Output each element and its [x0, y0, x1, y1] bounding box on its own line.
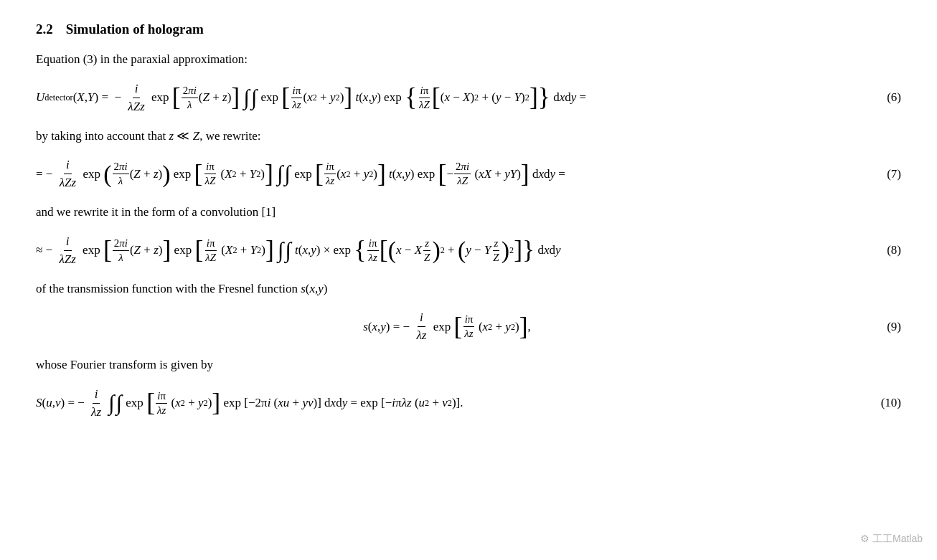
eq9-number: (9) [858, 320, 901, 334]
watermark: ⚙ 工工Matlab [860, 533, 923, 546]
intro-text: Equation (3) in the paraxial approximati… [36, 50, 901, 69]
between-eq6-eq7: by taking into account that z ≪ Z, we re… [36, 127, 901, 146]
section-number: 2.2 [36, 22, 53, 37]
fourier-text: whose Fourier transform is given by [36, 356, 901, 374]
after-eq8: of the transmission function with the Fr… [36, 280, 901, 298]
equation-9: s(x,y) = − i λz exp [ iπ λz (x2 + y2) ] … [36, 310, 901, 343]
eq6-number: (6) [858, 90, 901, 105]
equation-8: ≈ − i λZz exp [ 2πi λ (Z + z) ] exp [ iπ… [36, 234, 901, 267]
equation-10: S(u,v) = − i λz ∫∫ exp [ iπ λz (x2 + y2)… [36, 387, 901, 419]
section-title: Simulation of hologram [66, 22, 204, 37]
equation-7: = − i λZz exp ( 2πi λ (Z + z) ) exp [ iπ… [36, 158, 901, 190]
eq8-number: (8) [858, 243, 901, 257]
eq10-number: (10) [858, 396, 901, 410]
equation-6: Udetector(X,Y) = − i λZz exp [ 2πi λ (Z … [36, 82, 901, 114]
eq7-number: (7) [858, 167, 901, 181]
between-eq7-eq8: and we rewrite it in the form of a convo… [36, 203, 901, 222]
